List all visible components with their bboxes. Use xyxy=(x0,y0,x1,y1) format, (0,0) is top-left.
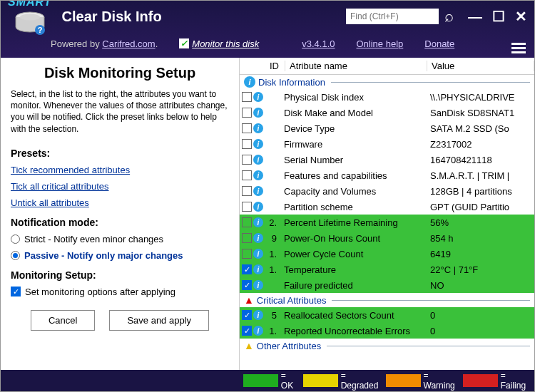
search-input[interactable] xyxy=(346,9,439,24)
section-header: iDisk Information xyxy=(240,75,534,89)
donate-link[interactable]: Donate xyxy=(424,38,454,49)
col-name[interactable]: Atribute name xyxy=(285,61,427,71)
help-link[interactable]: Online help xyxy=(357,38,404,49)
attributes-panel: ID Atribute name Value iDisk Information… xyxy=(240,58,534,370)
info-icon: i xyxy=(244,76,255,88)
attribute-row[interactable]: iFeatures and capabilitiesS.M.A.R.T. | T… xyxy=(240,167,534,183)
info-icon[interactable]: i xyxy=(253,92,263,102)
attribute-checkbox[interactable] xyxy=(242,139,252,149)
critical-icon: ▲ xyxy=(244,294,254,306)
warning-icon: ▲ xyxy=(244,340,254,351)
info-icon[interactable]: i xyxy=(253,280,263,290)
attribute-row[interactable]: i1.Power Cycle Count6419 xyxy=(240,246,534,262)
set-options-checkbox[interactable]: Set monitoring options after applying xyxy=(11,287,229,297)
attribute-checkbox[interactable] xyxy=(242,233,252,243)
attribute-checkbox[interactable] xyxy=(242,186,252,196)
preset-untick[interactable]: Untick all attributes xyxy=(11,197,229,208)
radio-passive[interactable]: Passive - Notify only major changes xyxy=(11,250,229,261)
attribute-row[interactable]: i1.Reported Uncorrectable Errors0 xyxy=(240,323,534,339)
attribute-checkbox[interactable] xyxy=(242,264,252,274)
maximize-button[interactable]: ☐ xyxy=(492,8,505,25)
info-icon[interactable]: i xyxy=(253,233,263,243)
preset-critical[interactable]: Tick all critical attributes xyxy=(11,181,229,192)
section-header: ▲Other Attributes xyxy=(240,339,534,353)
attribute-checkbox[interactable] xyxy=(242,310,252,320)
attribute-row[interactable]: iPhysical Disk index\\.\PHYSICALDRIVE xyxy=(240,89,534,105)
attribute-checkbox[interactable] xyxy=(242,249,252,259)
vendor-link[interactable]: Carifred.com xyxy=(102,38,155,49)
attribute-row[interactable]: i5Reallocated Sectors Count0 xyxy=(240,307,534,323)
panel-description: Select, in the list to the right, the at… xyxy=(11,88,229,135)
svg-point-1 xyxy=(20,14,40,21)
attribute-row[interactable]: iDisk Make and ModelSanDisk SD8SNAT1 xyxy=(240,105,534,120)
panel-heading: Disk Monitoring Setup xyxy=(11,65,229,81)
attribute-checkbox[interactable] xyxy=(242,202,252,212)
info-icon[interactable]: i xyxy=(253,202,263,212)
attribute-row[interactable]: i9Power-On Hours Count854 h xyxy=(240,230,534,246)
attribute-row[interactable]: iSerial Number164708421118 xyxy=(240,152,534,167)
attribute-checkbox[interactable] xyxy=(242,280,252,290)
title-bar: SMART ? Clear Disk Info ⌕ — ☐ ✕ Powered … xyxy=(1,1,534,58)
radio-strict[interactable]: Strict - Notify even minor changes xyxy=(11,234,229,244)
monitor-disk-checkbox[interactable]: ✓Monitor this disk xyxy=(179,38,259,49)
setup-panel: Disk Monitoring Setup Select, in the lis… xyxy=(1,58,240,370)
info-icon[interactable]: i xyxy=(253,217,263,227)
attribute-checkbox[interactable] xyxy=(242,123,252,133)
cancel-button[interactable]: Cancel xyxy=(31,310,95,331)
attribute-checkbox[interactable] xyxy=(242,92,252,102)
search-icon[interactable]: ⌕ xyxy=(444,7,454,26)
col-id[interactable]: ID xyxy=(265,61,285,71)
swatch-ok xyxy=(243,374,278,387)
info-icon[interactable]: i xyxy=(253,186,263,196)
info-icon[interactable]: i xyxy=(253,170,263,180)
attribute-row[interactable]: iFirmwareZ2317002 xyxy=(240,136,534,152)
status-bar: = OK = Degraded = Warning = Failing xyxy=(1,370,534,391)
attribute-row[interactable]: iDevice TypeSATA M.2 SSD (So xyxy=(240,120,534,136)
monitoring-setup-heading: Monitoring Setup: xyxy=(11,269,229,281)
swatch-failing xyxy=(463,374,498,387)
smart-label: SMART xyxy=(8,0,52,9)
presets-heading: Presets: xyxy=(11,148,229,159)
attribute-row[interactable]: iCapacity and Volumes128GB | 4 partition… xyxy=(240,183,534,199)
version-link[interactable]: v3.4.1.0 xyxy=(302,38,335,49)
info-icon[interactable]: i xyxy=(253,139,263,149)
attribute-row[interactable]: iFailure predictedNO xyxy=(240,277,534,293)
attribute-checkbox[interactable] xyxy=(242,108,252,118)
powered-by: Powered by Carifred.com. xyxy=(51,38,158,49)
app-title: Clear Disk Info xyxy=(62,9,162,25)
close-button[interactable]: ✕ xyxy=(515,8,527,25)
attribute-row[interactable]: i1.Temperature22°C | 71°F xyxy=(240,262,534,277)
column-headers: ID Atribute name Value xyxy=(240,58,534,75)
attribute-list[interactable]: iDisk InformationiPhysical Disk index\\.… xyxy=(240,75,534,370)
attribute-row[interactable]: iPartition schemeGPT (GUID Partitio xyxy=(240,199,534,215)
info-icon[interactable]: i xyxy=(253,249,263,259)
info-icon[interactable]: i xyxy=(253,123,263,133)
attribute-checkbox[interactable] xyxy=(242,155,252,165)
swatch-degraded xyxy=(303,374,338,387)
attribute-checkbox[interactable] xyxy=(242,217,252,227)
info-icon[interactable]: i xyxy=(253,155,263,165)
section-header: ▲Critical Attributes xyxy=(240,293,534,307)
info-icon[interactable]: i xyxy=(253,108,263,118)
col-value[interactable]: Value xyxy=(427,61,534,71)
save-button[interactable]: Save and apply xyxy=(109,310,209,331)
attribute-checkbox[interactable] xyxy=(242,170,252,180)
info-icon[interactable]: i xyxy=(253,326,263,336)
swatch-warning xyxy=(386,374,421,387)
info-icon[interactable]: i xyxy=(253,264,263,274)
info-icon[interactable]: i xyxy=(253,310,263,320)
preset-recommended[interactable]: Tick recommended attributes xyxy=(11,165,229,175)
attribute-checkbox[interactable] xyxy=(242,326,252,336)
attribute-row[interactable]: i2.Percent Lifetime Remaining56% xyxy=(240,215,534,230)
menu-icon[interactable] xyxy=(511,43,526,53)
notification-heading: Notification mode: xyxy=(11,217,229,228)
minimize-button[interactable]: — xyxy=(468,9,482,25)
